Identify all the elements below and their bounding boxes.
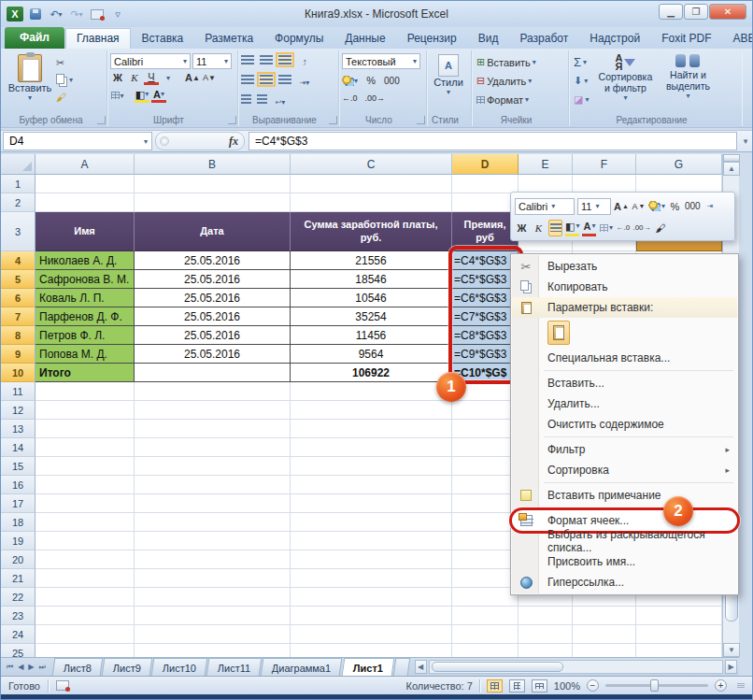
alignment-dialog-launcher[interactable] — [329, 116, 337, 124]
row-header-22[interactable]: 22 — [1, 588, 36, 607]
table-row-date[interactable]: 25.05.2016 — [135, 251, 291, 270]
font-color-button[interactable]: А▾ — [151, 88, 166, 103]
ribbon-tab-Формулы[interactable]: Формулы — [264, 29, 334, 49]
table-row-name[interactable]: Николаев А. Д. — [36, 251, 135, 270]
mini-shrink-font[interactable]: A▼ — [632, 198, 646, 215]
fx-icon[interactable]: fx — [229, 135, 238, 149]
mini-decrease-decimal[interactable]: .00→ — [632, 220, 650, 236]
table-row-sum[interactable]: 11456 — [291, 326, 452, 345]
mini-bold[interactable]: Ж — [515, 220, 529, 236]
row-header-6[interactable]: 6 — [1, 289, 36, 307]
mini-percent[interactable]: % — [668, 198, 682, 215]
first-sheet-icon[interactable]: ⏮ — [7, 663, 13, 672]
horizontal-scroll-thumb[interactable] — [432, 662, 563, 672]
ribbon-tab-Главная[interactable]: Главная — [65, 28, 131, 49]
zoom-in-button[interactable]: + — [715, 679, 727, 692]
menu-item-define-name[interactable]: Присвоить имя... — [512, 551, 737, 572]
sheet-tab-Лист9[interactable]: Лист9 — [101, 658, 152, 676]
format-button[interactable]: Формат▾ — [475, 93, 565, 107]
table-row-date[interactable]: 25.05.2016 — [135, 326, 291, 345]
row-header-18[interactable]: 18 — [1, 513, 36, 532]
table-row-sum[interactable]: 18546 — [291, 270, 452, 289]
copy-button[interactable]: ▾ — [54, 73, 75, 87]
row-header-21[interactable]: 21 — [1, 569, 36, 588]
menu-item-clear-contents[interactable]: Очистить содержимое — [512, 414, 737, 435]
minimize-button[interactable]: ▁ — [659, 4, 683, 20]
page-break-view-button[interactable] — [532, 679, 547, 693]
insert-function-area[interactable]: fx — [155, 132, 245, 150]
table-row-name[interactable]: Парфенов Д. Ф. — [36, 307, 135, 326]
autosum-button[interactable]: Σ▾ — [572, 55, 590, 69]
table-row-sum[interactable]: 10546 — [291, 289, 452, 307]
ribbon-tab-Данные[interactable]: Данные — [334, 29, 395, 49]
macro-record-icon[interactable] — [56, 680, 69, 691]
row-header-15[interactable]: 15 — [1, 457, 36, 476]
menu-item-hyperlink[interactable]: Гиперссылка... — [512, 572, 737, 593]
ribbon-tab-Надстрой[interactable]: Надстрой — [579, 29, 650, 49]
restore-button[interactable]: ❐ — [684, 4, 708, 20]
redo-icon[interactable]: ↷▾ — [68, 7, 85, 21]
align-top-icon[interactable] — [241, 55, 254, 64]
grow-font-button[interactable]: A▲ — [185, 70, 200, 85]
scroll-up-icon[interactable]: ▲ — [723, 162, 740, 176]
underline-dropdown[interactable]: ▾ — [161, 70, 176, 85]
zoom-slider[interactable] — [605, 684, 708, 687]
ribbon-tab-ABBYY PD[interactable]: ABBYY PD — [722, 29, 753, 49]
decrease-indent-icon[interactable] — [241, 94, 251, 104]
menu-item-cut[interactable]: Вырезать — [512, 256, 737, 277]
format-painter-button[interactable]: 🖌 — [54, 90, 75, 104]
menu-item-pick-from-list[interactable]: Выбрать из раскрывающегося списка... — [512, 531, 737, 551]
mini-merge[interactable]: ⇥ — [703, 198, 717, 215]
sort-filter-button[interactable]: АЯ Сортировка и фильтр▾ — [594, 52, 656, 112]
clipboard-dialog-launcher[interactable] — [97, 116, 106, 124]
clear-button[interactable]: ◪▾ — [572, 93, 590, 107]
expand-formula-bar-icon[interactable]: ▾ — [739, 136, 752, 146]
ribbon-tab-Вставка[interactable]: Вставка — [132, 29, 194, 49]
row-header-10[interactable]: 10 — [1, 364, 36, 382]
row-header-8[interactable]: 8 — [1, 326, 36, 345]
save-icon[interactable] — [27, 7, 44, 21]
table-row-name[interactable]: Петров Ф. Л. — [36, 326, 135, 345]
menu-item-paste-special[interactable]: Специальная вставка... — [512, 348, 737, 368]
page-layout-view-button[interactable] — [509, 679, 525, 693]
row-header-14[interactable]: 14 — [1, 438, 36, 457]
mini-font-name[interactable]: Calibri▾ — [515, 198, 575, 215]
sheet-tab-Лист11[interactable]: Лист11 — [206, 658, 263, 676]
ribbon-tab-Разметка[interactable]: Разметка — [194, 29, 263, 49]
row-header-12[interactable]: 12 — [1, 401, 36, 420]
find-select-button[interactable]: Найти и выделить▾ — [660, 52, 716, 112]
table-row-date[interactable] — [135, 364, 291, 382]
cut-button[interactable]: ✂ — [54, 56, 75, 70]
orientation-button[interactable]: ⤴ — [297, 55, 312, 70]
mini-font-size[interactable]: 11▾ — [577, 198, 611, 215]
insert-worksheet-tab[interactable] — [392, 658, 410, 676]
close-button[interactable]: ✕ — [709, 4, 746, 20]
merge-center-button[interactable]: ⇥▾ — [297, 75, 312, 90]
table-row-sum[interactable]: 21556 — [291, 251, 452, 270]
styles-button[interactable]: A Стили▾ — [430, 52, 467, 112]
table-row-name[interactable]: Итого — [36, 364, 135, 382]
row-header-16[interactable]: 16 — [1, 476, 36, 494]
table-row-date[interactable]: 25.05.2016 — [135, 307, 291, 326]
menu-item-insert-comment[interactable]: Вставить примечание — [512, 485, 737, 506]
formula-input[interactable]: =C4*$G$3 — [249, 132, 737, 150]
shrink-font-button[interactable]: A▼ — [202, 70, 217, 85]
split-handle[interactable] — [723, 154, 740, 162]
undo-icon[interactable]: ↶▾ — [48, 7, 64, 21]
name-box[interactable]: D4▾ — [3, 132, 152, 150]
table-row-sum[interactable]: 9564 — [291, 345, 452, 364]
row-header-11[interactable]: 11 — [1, 382, 36, 401]
zoom-out-button[interactable]: − — [587, 679, 599, 692]
menu-item-insert-cells[interactable]: Вставить... — [512, 373, 737, 393]
mini-font-color[interactable]: А▾ — [582, 220, 596, 236]
sheet-tab-Лист10[interactable]: Лист10 — [150, 658, 207, 676]
ribbon-tab-Файл[interactable]: Файл — [5, 27, 64, 49]
mini-align-center[interactable] — [548, 220, 562, 236]
percent-style-button[interactable]: % — [363, 73, 378, 88]
column-header-G[interactable]: G — [636, 154, 722, 175]
row-header-13[interactable]: 13 — [1, 420, 36, 438]
scroll-down-icon[interactable]: ▼ — [723, 643, 740, 657]
font-name-combo[interactable]: Calibri▾ — [110, 53, 191, 69]
row-header-19[interactable]: 19 — [1, 532, 36, 550]
ribbon-tab-Разработ[interactable]: Разработ — [509, 29, 578, 49]
